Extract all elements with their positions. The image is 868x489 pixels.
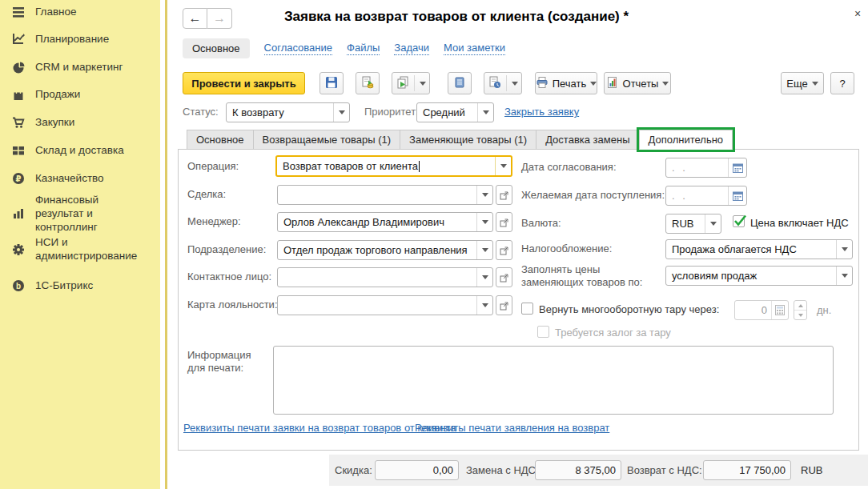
back-button[interactable]: ← [183, 8, 207, 29]
sidebar-item-bitrix[interactable]: b 1С-Битрикс [11, 279, 149, 293]
reports-button[interactable]: Отчеты [604, 72, 671, 94]
return-tare-checkbox[interactable] [521, 303, 533, 315]
department-open-button[interactable] [496, 240, 512, 260]
text-cursor [419, 161, 420, 172]
chevron-down-icon [483, 110, 489, 114]
replace-total-field: 8 375,00 [535, 460, 621, 480]
register-button[interactable] [448, 72, 472, 94]
save-button[interactable] [319, 72, 344, 94]
department-select[interactable]: Отдел продаж торгового направления [277, 240, 493, 260]
open-link-icon [500, 301, 509, 311]
print-details-statement-link[interactable]: Реквизиты печати заявления на возврат [415, 422, 609, 434]
fill-prices-select[interactable]: условиям продаж [665, 266, 853, 286]
tab-inner-dostavka-zameny[interactable]: Доставка замены [536, 130, 639, 150]
tare-deposit-checkbox[interactable] [537, 326, 549, 338]
vat-included-label: Цена включает НДС [750, 217, 849, 229]
days-stepper[interactable] [794, 300, 807, 320]
chevron-down-icon [500, 164, 507, 168]
currency-select[interactable]: RUB [665, 214, 721, 234]
department-label: Подразделение: [187, 243, 266, 255]
deal-open-button[interactable] [496, 185, 512, 205]
tab-inner-dopolnitelno[interactable]: Дополнительно [639, 130, 733, 150]
tab-inner-zamenyayushchie-tovary[interactable]: Заменяющие товары (1) [400, 130, 536, 150]
taxation-select[interactable]: Продажа облагается НДС [665, 239, 853, 259]
post-document-button[interactable] [356, 72, 380, 94]
gear-icon [11, 242, 26, 257]
status-label: Статус: [183, 106, 219, 118]
tab-zadachi[interactable]: Задачи [394, 42, 429, 55]
manager-select[interactable]: Орлов Александр Владимирович [277, 212, 493, 232]
calculator-icon [775, 305, 785, 315]
sidebar-item-financial-result[interactable]: Финансовый результат и контроллинг [11, 194, 149, 234]
bar-chart-icon [11, 206, 26, 221]
return-tare-days-field[interactable]: 0 [734, 300, 789, 320]
print-button[interactable]: Печать [535, 72, 597, 94]
chevron-down-icon [812, 82, 818, 86]
open-link-icon [500, 190, 509, 200]
pie-chart-icon [11, 60, 26, 74]
chevron-down-icon [512, 82, 518, 86]
create-based-on-button[interactable] [392, 72, 430, 94]
chevron-down-icon [482, 275, 488, 279]
chevron-down-icon [662, 82, 669, 86]
operation-select[interactable]: Возврат товаров от клиента [275, 155, 512, 177]
warehouse-grid-icon [11, 143, 26, 158]
page-title: Заявка на возврат товаров от клиента (со… [232, 9, 681, 25]
forward-button[interactable]: → [207, 8, 232, 29]
priority-label: Приоритет: [364, 106, 419, 118]
status-select[interactable]: К возврату [226, 102, 350, 122]
close-icon[interactable]: × [849, 5, 866, 22]
planning-chart-icon [11, 32, 26, 46]
close-request-link[interactable]: Закрыть заявку [504, 106, 579, 118]
taxation-label: Налогообложение: [521, 242, 612, 255]
tab-moi-zametki[interactable]: Мои заметки [444, 42, 505, 55]
sidebar-item-crm-marketing[interactable]: CRM и маркетинг [11, 60, 149, 74]
priority-select[interactable]: Средний [416, 102, 494, 122]
sidebar-item-purchases[interactable]: Закупки [11, 115, 149, 130]
tab-osnovnoe[interactable]: Основное [183, 38, 250, 58]
chevron-down-icon [482, 303, 488, 307]
post-and-close-button[interactable]: Провести и закрыть [183, 72, 305, 94]
help-button[interactable]: ? [830, 72, 854, 94]
sidebar-item-planning[interactable]: Планирование [11, 32, 149, 46]
fill-prices-label: Заполнять цены заменяющих товаров по: [521, 263, 659, 290]
sidebar-item-nsi-administration[interactable]: НСИ и администрирование [11, 236, 149, 263]
return-total-label: Возврат с НДС: [627, 464, 702, 476]
open-link-icon [500, 273, 509, 283]
sidebar-item-sales[interactable]: Продажи [11, 87, 149, 102]
bitrix-icon: b [11, 279, 26, 293]
chevron-down-icon [339, 110, 345, 114]
sidebar-splitter[interactable] [165, 0, 167, 489]
desired-date-field[interactable]: . . [665, 186, 747, 206]
more-button[interactable]: Еще [781, 72, 824, 94]
approval-date-field[interactable]: . . [665, 158, 747, 178]
tab-fajly[interactable]: Файлы [347, 42, 380, 55]
shopping-cart-icon [11, 115, 26, 130]
calendar-icon [733, 190, 743, 201]
sidebar-item-warehouse-delivery[interactable]: Склад и доставка [11, 143, 149, 158]
deal-select[interactable] [277, 185, 493, 205]
document-journal-button[interactable] [484, 72, 522, 94]
manager-open-button[interactable] [496, 212, 512, 232]
chevron-down-icon [842, 247, 848, 251]
contact-open-button[interactable] [496, 267, 512, 287]
loyalty-card-open-button[interactable] [496, 295, 512, 315]
print-info-textarea[interactable] [273, 346, 834, 415]
print-info-label: Информация для печати: [187, 349, 271, 375]
open-link-icon [500, 246, 509, 255]
vat-included-checkbox[interactable] [733, 215, 745, 227]
application-window: Главное Планирование CRM и маркетинг Про… [0, 0, 868, 489]
loyalty-card-select[interactable] [277, 295, 493, 315]
currency-label: Валюта: [521, 217, 561, 229]
report-chart-icon [606, 76, 619, 91]
tab-soglasovanie[interactable]: Согласование [264, 42, 332, 55]
contact-select[interactable] [277, 267, 493, 287]
chevron-down-icon [842, 274, 848, 278]
check-icon [733, 214, 747, 226]
tab-inner-vozvrashchaemye-tovary[interactable]: Возвращаемые товары (1) [253, 130, 400, 150]
totals-currency-label: RUB [801, 464, 822, 476]
sidebar-item-treasury[interactable]: ₽ Казначейство [11, 171, 149, 186]
sidebar-item-main[interactable]: Главное [11, 5, 149, 19]
tab-inner-osnovnoe[interactable]: Основное [187, 130, 254, 150]
chevron-down-icon [482, 248, 488, 252]
